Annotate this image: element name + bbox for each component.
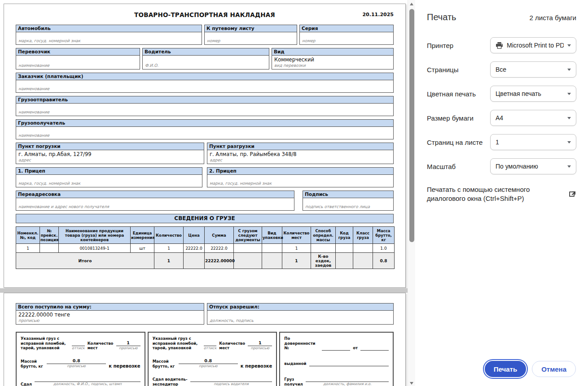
cargo-table-header-cell: Сумма bbox=[205, 227, 234, 244]
cargo-table-header-cell: Вид упаковки bbox=[262, 227, 282, 244]
cargo-table-total-cell: 1 bbox=[154, 253, 184, 269]
chevron-down-icon bbox=[567, 44, 571, 47]
field-value: г. Алматы, пр. Райымбека 348/8 bbox=[210, 151, 391, 157]
print-settings-panel: Печать 2 листа бумаги Принтер Microsoft … bbox=[416, 0, 588, 386]
mass-label: Массой брутто, кг bbox=[21, 359, 44, 369]
paper-size-value: A4 bbox=[496, 114, 564, 121]
preview-page-1: ТОВАРНО-ТРАНСПОРТНАЯ НАКЛАДНАЯ 20.11.202… bbox=[4, 4, 406, 288]
propisyu-caption: прописью bbox=[116, 346, 140, 351]
paper-size-select[interactable]: A4 bbox=[490, 110, 576, 126]
cargo-table-cell: 1 bbox=[16, 244, 40, 253]
propisyu-caption: прописью bbox=[248, 346, 272, 351]
sdal-label: Сдал bbox=[21, 382, 32, 386]
ottisk-caption: оттиск bbox=[72, 346, 85, 351]
cargo-table-cell bbox=[234, 244, 262, 253]
document-title: ТОВАРНО-ТРАНСПОРТНАЯ НАКЛАДНАЯ bbox=[16, 11, 394, 18]
chevron-down-icon bbox=[567, 93, 571, 95]
cargo-table-header-cell: Наименование продукции товара (груза) ил… bbox=[59, 227, 131, 244]
chevron-down-icon bbox=[567, 165, 571, 168]
system-dialog-link[interactable]: Печатать с помощью системного диалоговог… bbox=[427, 185, 576, 203]
cargo-table-cell: 22222.0 bbox=[205, 244, 234, 253]
cargo-table-header-cell: № прейск. позиция bbox=[40, 227, 59, 244]
ottisk-caption: оттиск bbox=[204, 346, 217, 351]
sheet-count: 2 листа бумаги bbox=[530, 14, 576, 22]
ot-label: от bbox=[353, 346, 358, 351]
field-perevozchik: Перевозчик наименование bbox=[16, 48, 140, 69]
printer-select[interactable]: Microsoft Print to PDF bbox=[490, 37, 576, 53]
cargo-table-header-cell: Цена bbox=[184, 227, 205, 244]
print-button[interactable]: Печать bbox=[485, 361, 526, 377]
cargo-table-total-cell bbox=[353, 253, 373, 269]
cargo-table-total-cell: 1 bbox=[282, 253, 311, 269]
cargo-table-total-cell bbox=[184, 253, 205, 269]
cargo-table-total-cell: 22222.00000 bbox=[205, 253, 234, 269]
scrollbar-thumb[interactable] bbox=[409, 9, 414, 242]
printer-label: Принтер bbox=[427, 42, 453, 49]
cargo-table-header-cell: Номенкл. №, код bbox=[16, 227, 40, 244]
field-value: Коммерческий bbox=[274, 56, 391, 63]
field-label: Пункт разгрузки bbox=[207, 143, 394, 150]
field-podpis: Подпись подпись ответственного лица bbox=[303, 191, 394, 211]
scale-label: Масштаб bbox=[427, 163, 456, 170]
field-value: 22222.00000 тенге bbox=[18, 312, 202, 318]
cargo-table-cell bbox=[311, 244, 336, 253]
pages-select[interactable]: Все bbox=[490, 61, 576, 78]
field-label: Пункт погрузки bbox=[16, 143, 204, 150]
field-gruzopoluchatel: Грузополучатель наименование bbox=[16, 119, 394, 139]
pages-per-sheet-select[interactable]: 1 bbox=[490, 134, 576, 150]
qty-label: Количество мест bbox=[219, 341, 245, 351]
scroll-up-icon[interactable] bbox=[410, 3, 413, 5]
field-zakazchik: Заказчик (плательщик) наименование bbox=[16, 73, 394, 93]
preview-scrollbar[interactable] bbox=[408, 0, 415, 386]
pages-per-sheet-value: 1 bbox=[496, 139, 564, 146]
field-placeholder: адрес bbox=[18, 157, 202, 163]
field-placeholder: марка, госуд. номерной знак bbox=[18, 38, 199, 43]
field-placeholder: наименование и адрес нового получателя bbox=[18, 204, 292, 209]
field-label: Переадресовка bbox=[16, 191, 294, 198]
field-gruzootpravitel: Грузоотправитель наименование bbox=[16, 96, 394, 116]
signature-box-sender: Указанный груз с исправной пломбой, таро… bbox=[16, 332, 145, 386]
color-label: Цветная печать bbox=[427, 90, 476, 98]
mass-value: 0.8 bbox=[179, 358, 238, 364]
cargo-table-total-cell bbox=[262, 253, 282, 269]
vydannoy-label: выданной bbox=[284, 361, 306, 366]
cargo-section-title: СВЕДЕНИЯ О ГРУЗЕ bbox=[16, 214, 394, 223]
cancel-button[interactable]: Отмена bbox=[532, 361, 576, 377]
cargo-table-total-row: Итого122222.000001К-во ездок, заедов0.8 bbox=[16, 253, 395, 269]
field-placeholder: Ф.И.О. bbox=[145, 63, 267, 68]
cargo-table-cell: 22222.0 bbox=[184, 244, 205, 253]
cargo-table-total-label: Итого bbox=[16, 253, 154, 269]
field-placeholder: наименование bbox=[18, 109, 391, 115]
chevron-down-icon bbox=[567, 69, 571, 71]
cargo-table-header-cell: Способ определ. массы bbox=[311, 227, 336, 244]
field-avtomobil: Автомобиль марка, госуд. номерной знак bbox=[16, 25, 202, 45]
cargo-table-header-cell: Масса брутто, кг bbox=[373, 227, 395, 244]
signature-box-driver: Указанный груз с исправной пломбой, таро… bbox=[148, 332, 277, 386]
system-dialog-text: Печатать с помощью системного диалоговог… bbox=[427, 185, 565, 203]
scale-select[interactable]: По умолчанию bbox=[490, 158, 576, 174]
pages-label: Страницы bbox=[427, 66, 458, 74]
k-perevozke-text: к перевозке bbox=[241, 364, 272, 369]
field-placeholder: номер bbox=[302, 38, 391, 43]
field-value: г. Алматы, пр.Абая, 127/99 bbox=[18, 151, 202, 157]
k-perevozke-text: к перевозке bbox=[109, 364, 140, 369]
field-label: Заказчик (плательщик) bbox=[16, 73, 394, 80]
field-voditel: Водитель Ф.И.О. bbox=[142, 48, 269, 69]
field-label: 2. Прицеп bbox=[207, 167, 394, 174]
scroll-down-icon[interactable] bbox=[410, 382, 413, 385]
field-label: Автомобиль bbox=[16, 25, 202, 32]
scale-value: По умолчанию bbox=[496, 163, 564, 170]
qty-label: Количество мест bbox=[88, 341, 114, 351]
cargo-table-cell bbox=[336, 244, 353, 253]
color-select[interactable]: Цветная печать bbox=[490, 86, 576, 102]
cargo-table-cell bbox=[40, 244, 59, 253]
field-k-putevomu: К путевому листу номер bbox=[204, 25, 297, 45]
field-placeholder: номер bbox=[207, 38, 294, 43]
qty-value: 1 bbox=[116, 340, 140, 346]
field-placeholder: марка, госуд. номерной знак bbox=[18, 181, 200, 186]
field-otpusk-razreshil: Отпуск разрешил: должность, подпись bbox=[207, 303, 394, 325]
po-doverennosti-label: По доверенности № bbox=[284, 336, 319, 351]
field-punkt-razgruzki: Пункт разгрузки г. Алматы, пр. Райымбека… bbox=[207, 143, 394, 164]
color-value: Цветная печать bbox=[496, 90, 564, 97]
document-date: 20.11.2025 bbox=[362, 12, 394, 17]
